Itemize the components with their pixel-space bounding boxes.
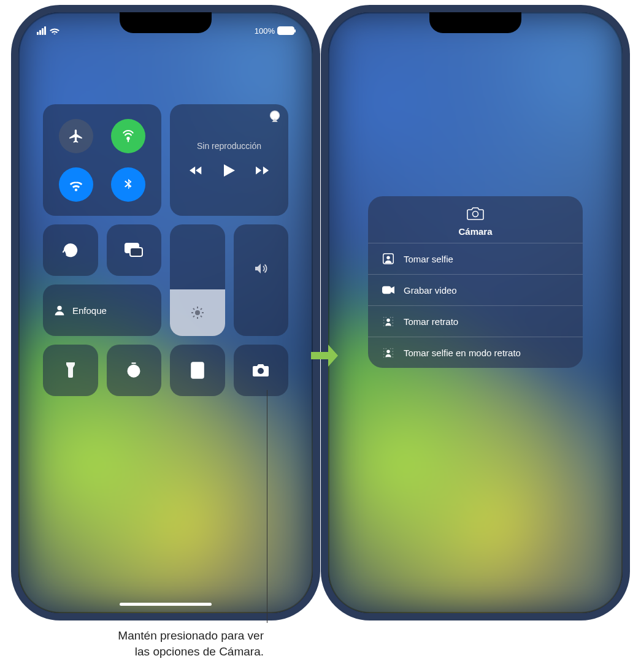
bluetooth-toggle[interactable]: [111, 167, 145, 202]
svg-point-44: [383, 354, 385, 355]
iphone-camera-menu: Cámara Tomar selfie Grabar video Tomar r…: [328, 12, 623, 613]
svg-point-39: [385, 348, 386, 349]
brightness-slider[interactable]: [170, 224, 225, 336]
svg-point-33: [383, 325, 385, 326]
battery-percent: 100%: [255, 26, 275, 36]
svg-rect-5: [130, 248, 142, 256]
svg-point-45: [392, 354, 393, 355]
svg-rect-3: [69, 249, 72, 253]
rewind-icon[interactable]: [190, 164, 203, 180]
svg-point-19: [199, 376, 201, 378]
svg-point-6: [195, 310, 200, 315]
camera-menu-item-label: Tomar retrato: [404, 316, 458, 327]
forward-icon[interactable]: [256, 164, 269, 180]
svg-point-29: [383, 319, 385, 321]
camera-button[interactable]: [234, 345, 289, 396]
home-indicator[interactable]: [120, 603, 212, 606]
camera-menu-title: Cámara: [458, 226, 492, 237]
callout-text: Mantén presionado para ver las opciones …: [80, 628, 264, 659]
svg-point-21: [473, 212, 478, 217]
iphone-control-center: 100% Sin reproducción: [18, 12, 313, 613]
cellular-data-toggle[interactable]: [111, 119, 145, 153]
camera-menu-item-selfie-portrait[interactable]: Tomar selfie en modo retrato: [368, 337, 583, 368]
airplay-icon[interactable]: [269, 110, 281, 124]
camera-menu-item-selfie[interactable]: Tomar selfie: [368, 243, 583, 274]
music-widget[interactable]: Sin reproducción: [170, 104, 288, 216]
svg-point-12: [196, 370, 198, 372]
svg-point-23: [386, 256, 390, 259]
control-center-grid: Sin reproducción: [43, 104, 288, 396]
camera-menu-item-video[interactable]: Grabar video: [368, 274, 583, 305]
focus-button[interactable]: Enfoque: [43, 284, 161, 336]
focus-label: Enfoque: [72, 305, 107, 316]
svg-point-14: [193, 373, 195, 375]
svg-point-37: [386, 318, 390, 322]
callout-leader-line: [267, 390, 267, 623]
camera-menu-item-portrait[interactable]: Tomar retrato: [368, 305, 583, 337]
svg-point-20: [258, 368, 264, 374]
status-left: [37, 26, 59, 36]
svg-point-41: [392, 348, 393, 349]
svg-point-42: [383, 351, 385, 352]
connectivity-group[interactable]: [43, 104, 161, 216]
calculator-button[interactable]: [170, 345, 225, 396]
svg-point-17: [193, 376, 195, 378]
flashlight-button[interactable]: [43, 345, 98, 396]
svg-point-43: [392, 351, 393, 352]
play-icon[interactable]: [224, 164, 235, 180]
camera-menu-item-label: Grabar video: [404, 285, 457, 296]
callout-line-1: Mantén presionado para ver: [118, 629, 264, 642]
screen-mirroring-button[interactable]: [107, 224, 162, 276]
svg-point-46: [383, 356, 385, 357]
cellular-bars-icon: [37, 26, 46, 35]
rotation-lock-button[interactable]: [43, 224, 98, 276]
svg-point-11: [193, 370, 195, 372]
svg-point-40: [390, 348, 391, 349]
camera-menu-item-label: Tomar selfie en modo retrato: [404, 348, 521, 358]
wifi-icon: [50, 26, 59, 36]
svg-point-30: [392, 319, 393, 321]
svg-point-28: [392, 317, 393, 318]
svg-point-31: [383, 323, 385, 324]
notch: [120, 12, 212, 33]
callout-line-2: las opciones de Cámara.: [135, 645, 264, 658]
svg-point-13: [199, 370, 201, 372]
svg-rect-24: [383, 287, 391, 294]
notch: [429, 12, 521, 33]
svg-point-26: [385, 317, 386, 318]
svg-point-16: [199, 373, 201, 375]
svg-point-18: [196, 376, 198, 378]
wifi-toggle[interactable]: [59, 167, 93, 202]
svg-point-38: [383, 348, 385, 349]
transition-arrow-icon: [310, 343, 339, 368]
svg-point-15: [196, 373, 198, 375]
svg-point-36: [392, 325, 393, 326]
music-title: Sin reproducción: [197, 141, 261, 151]
camera-quick-actions-menu: Cámara Tomar selfie Grabar video Tomar r…: [368, 196, 583, 368]
svg-rect-10: [193, 364, 202, 367]
status-right: 100%: [255, 26, 294, 36]
volume-icon: [253, 261, 269, 278]
svg-point-27: [390, 317, 391, 318]
svg-point-25: [383, 317, 385, 318]
camera-menu-item-label: Tomar selfie: [404, 254, 453, 264]
volume-slider[interactable]: [234, 224, 289, 336]
airplane-mode-toggle[interactable]: [59, 119, 93, 153]
svg-point-49: [392, 356, 393, 357]
battery-icon: [277, 26, 294, 35]
music-controls: [190, 164, 269, 180]
svg-point-50: [386, 349, 390, 353]
svg-point-32: [392, 323, 393, 324]
camera-icon: [466, 206, 485, 223]
camera-menu-header: Cámara: [368, 196, 583, 243]
timer-button[interactable]: [107, 345, 162, 396]
svg-point-7: [57, 306, 61, 310]
